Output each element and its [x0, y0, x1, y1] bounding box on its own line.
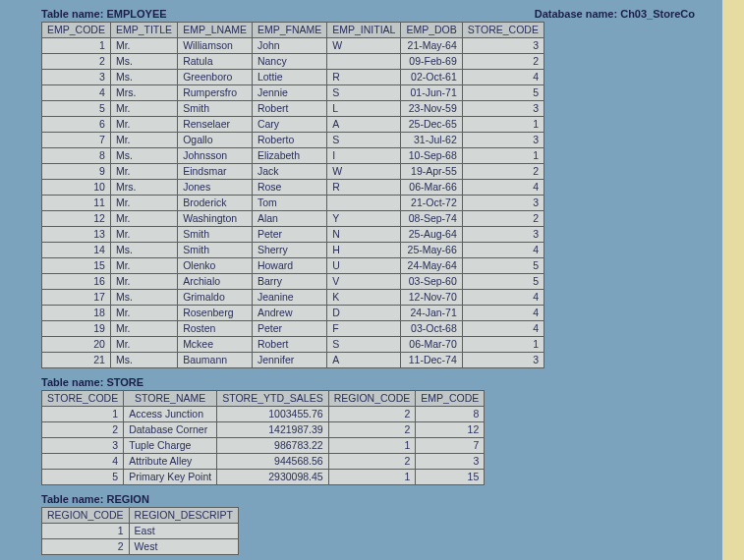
table-cell: 12 — [42, 211, 111, 227]
table-name-prefix: Table name: — [41, 376, 106, 388]
table-cell: 2 — [42, 54, 111, 70]
table-cell: 4 — [462, 290, 544, 306]
table-cell: Mr. — [110, 337, 177, 353]
table-cell: Mr. — [110, 321, 177, 337]
table-cell: 08-Sep-74 — [401, 211, 462, 227]
table-cell: Rosten — [178, 321, 253, 337]
table-row: 20Mr.MckeeRobertS06-Mar-701 — [42, 337, 544, 353]
table-cell: Baumann — [178, 353, 253, 368]
table-cell: 06-Mar-66 — [401, 180, 462, 196]
table-cell: 3 — [462, 133, 544, 148]
table-cell: 24-Jan-71 — [401, 306, 462, 321]
table-cell: Mr. — [110, 211, 177, 227]
table-cell: Peter — [252, 321, 326, 337]
table-row: 18Mr.RosenbergAndrewD24-Jan-714 — [42, 306, 544, 321]
table-cell: Mr. — [110, 133, 177, 148]
table-cell: Mrs. — [110, 85, 177, 101]
table-cell: 8 — [416, 407, 485, 422]
column-header: EMP_FNAME — [252, 23, 326, 38]
table-cell: 2 — [328, 422, 416, 438]
table-row: 9Mr.EindsmarJackW19-Apr-552 — [42, 164, 544, 180]
table-cell: Roberto — [252, 133, 326, 148]
table-cell: Archialo — [178, 274, 253, 290]
table-cell: 1 — [328, 438, 416, 454]
table-cell: 4 — [462, 180, 544, 196]
column-header: EMP_CODE — [416, 391, 485, 407]
table-cell: 3 — [42, 70, 111, 85]
column-header: REGION_CODE — [328, 391, 416, 407]
table-cell: Jones — [178, 180, 253, 196]
table-cell: 19-Apr-55 — [401, 164, 462, 180]
table-cell: 2930098.45 — [217, 470, 329, 485]
table-cell: 12 — [416, 422, 485, 438]
table-cell: K — [327, 290, 401, 306]
table-cell: Mr. — [110, 196, 177, 211]
page: Table name: EMPLOYEE Database name: Ch03… — [0, 0, 744, 560]
table-row: 10Mrs.JonesRoseR06-Mar-664 — [42, 180, 544, 196]
table-cell: 14 — [42, 243, 111, 258]
table-cell: Nancy — [252, 54, 326, 70]
table-cell: 1 — [462, 117, 544, 133]
table-cell: 18 — [42, 306, 111, 321]
column-header: STORE_CODE — [42, 391, 124, 407]
table-cell — [327, 54, 401, 70]
table-cell: 3 — [42, 438, 124, 454]
table-cell: 5 — [462, 258, 544, 274]
table-cell: Mr. — [110, 227, 177, 243]
column-header: EMP_INITIAL — [327, 23, 401, 38]
table-cell: Ms. — [110, 353, 177, 368]
table-cell: Y — [327, 211, 401, 227]
table-cell: 2 — [42, 422, 124, 438]
table-cell: East — [129, 524, 238, 539]
table-cell: 7 — [42, 133, 111, 148]
table-cell: John — [252, 38, 326, 54]
table-cell: 6 — [42, 117, 111, 133]
column-header: EMP_LNAME — [178, 23, 253, 38]
table-cell: N — [327, 227, 401, 243]
table-cell: Mr. — [110, 274, 177, 290]
table-cell: Ogallo — [178, 133, 253, 148]
table-cell: A — [327, 117, 401, 133]
table-cell: Ms. — [110, 148, 177, 164]
table-row: 13Mr.SmithPeterN25-Aug-643 — [42, 227, 544, 243]
column-header: STORE_YTD_SALES — [217, 391, 329, 407]
employee-header-row: EMP_CODEEMP_TITLEEMP_LNAMEEMP_FNAMEEMP_I… — [42, 23, 544, 38]
table-cell: U — [327, 258, 401, 274]
table-cell: 11 — [42, 196, 111, 211]
table-row: 15Mr.OlenkoHowardU24-May-645 — [42, 258, 544, 274]
table-cell: 24-May-64 — [401, 258, 462, 274]
table-cell: 4 — [462, 243, 544, 258]
table-cell: 944568.56 — [217, 454, 329, 470]
table-cell: 2 — [328, 454, 416, 470]
table-cell: 21-May-64 — [401, 38, 462, 54]
table-row: 21Ms.BaumannJenniferA11-Dec-743 — [42, 353, 544, 368]
table-cell: Tom — [252, 196, 326, 211]
table-cell: 2 — [462, 211, 544, 227]
table-cell: Lottie — [252, 70, 326, 85]
table-cell: 4 — [462, 306, 544, 321]
table-cell: Barry — [252, 274, 326, 290]
table-row: 2West — [42, 539, 239, 555]
table-cell: Elizabeth — [252, 148, 326, 164]
table-cell: Washington — [178, 211, 253, 227]
table-cell: W — [327, 164, 401, 180]
table-cell: 02-Oct-61 — [401, 70, 462, 85]
table-cell: Tuple Charge — [124, 438, 217, 454]
table-cell: Eindsmar — [178, 164, 253, 180]
table-cell: 09-Feb-69 — [401, 54, 462, 70]
table-cell: 1 — [42, 524, 130, 539]
table-cell: 1 — [42, 38, 111, 54]
table-cell: F — [327, 321, 401, 337]
table-cell: Jack — [252, 164, 326, 180]
table-cell: Mr. — [110, 38, 177, 54]
table-cell: Johnsson — [178, 148, 253, 164]
table-cell: Cary — [252, 117, 326, 133]
table-row: 12Mr.WashingtonAlanY08-Sep-742 — [42, 211, 544, 227]
table-cell: 19 — [42, 321, 111, 337]
table-cell: Smith — [178, 101, 253, 117]
table-cell: Attribute Alley — [124, 454, 217, 470]
table-cell: Mr. — [110, 117, 177, 133]
table-cell: 2 — [42, 539, 130, 555]
store-header-row: STORE_CODESTORE_NAMESTORE_YTD_SALESREGIO… — [42, 391, 485, 407]
table-row: 5Primary Key Point2930098.45115 — [42, 470, 485, 485]
